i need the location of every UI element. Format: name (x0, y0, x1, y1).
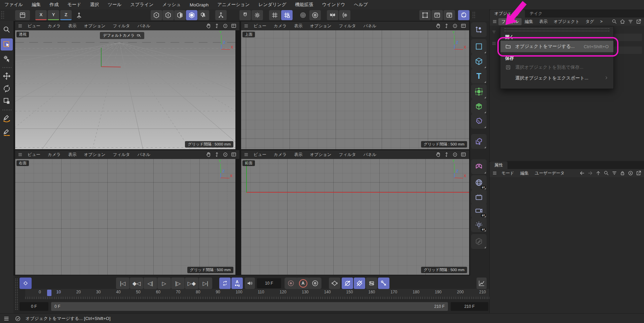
playhead[interactable] (47, 290, 51, 296)
prev-key-button[interactable]: ◆◁ (130, 278, 143, 289)
pan-hand-icon[interactable] (205, 152, 212, 158)
frame-ruler[interactable]: 0 10 20 30 40 50 60 70 80 90 100 110 120… (25, 289, 489, 299)
hamburger-icon[interactable] (18, 152, 23, 157)
filter-icon[interactable] (611, 170, 617, 176)
model-mode-button[interactable] (186, 10, 197, 20)
om-menu-tags[interactable]: タグ (582, 18, 597, 25)
cube-primitive-button[interactable] (471, 54, 487, 69)
dolly-icon[interactable] (444, 23, 450, 29)
front-viewport[interactable]: 前面 Y Z X グリッド間隔 : 500 mm (241, 159, 469, 275)
keyframe-diamond-button[interactable] (20, 278, 32, 289)
view-menu-camera[interactable]: カメラ (44, 152, 64, 158)
scale-tool-button[interactable] (1, 95, 13, 107)
view-menu-options[interactable]: オプション (80, 152, 109, 158)
preview-range-slider[interactable]: 0 F 210 F (51, 302, 448, 311)
menu-spline[interactable]: スプライン (126, 2, 158, 8)
play-button[interactable]: ▷ (157, 278, 171, 289)
view-menu-panel[interactable]: パネル (134, 152, 154, 158)
home-icon[interactable] (619, 19, 626, 25)
null-object-button[interactable] (471, 22, 487, 37)
export-selected-menu-item[interactable]: 選択オブジェクトをエクスポート... (500, 73, 613, 84)
interactive-render-button[interactable] (458, 10, 469, 20)
play-mode-button[interactable]: A (231, 278, 243, 289)
view-menu-filter[interactable]: フィルタ (335, 152, 359, 158)
coordinate-system-button[interactable] (73, 10, 85, 20)
render-settings-button[interactable] (444, 10, 455, 20)
autokey-button[interactable]: A (297, 278, 309, 289)
project-drawer-button[interactable] (15, 10, 30, 20)
camera-object-button[interactable] (471, 190, 487, 204)
polygons-mode-button[interactable] (174, 10, 186, 20)
view-menu-panel[interactable]: パネル (360, 152, 380, 158)
pan-hand-icon[interactable] (435, 152, 441, 158)
rotate-tool-button[interactable] (1, 83, 13, 95)
menu-edit[interactable]: 編集 (27, 2, 45, 8)
forward-arrow-icon[interactable] (587, 170, 593, 176)
perspective-viewport[interactable]: 透視 デフォルトカメラ Y Z X グリッド間隔 : 5000 mm (15, 30, 235, 149)
edges-mode-button[interactable] (162, 10, 174, 20)
lock-y-axis-button[interactable]: Y (48, 10, 59, 20)
toolbar-grip-right[interactable] (472, 11, 476, 19)
live-selection-button[interactable] (1, 38, 13, 51)
merge-objects-menu-item[interactable]: オブジェクトをマージする... Ctrl+Shift+O (500, 41, 613, 52)
menu-select[interactable]: 選択 (85, 2, 103, 8)
sketch-pen-button[interactable] (1, 127, 13, 139)
target-icon[interactable] (628, 170, 634, 176)
external-window-icon[interactable] (636, 19, 642, 25)
move-tool-button[interactable] (1, 70, 13, 82)
range-end-field[interactable]: 210 F (451, 302, 488, 311)
lock-z-axis-button[interactable]: Z (60, 10, 72, 20)
render-region-button[interactable] (419, 10, 431, 20)
view-menu-camera[interactable]: カメラ (270, 23, 290, 29)
range-start-field[interactable]: 0 F (20, 302, 48, 311)
key-rotation-filter-button[interactable] (342, 278, 353, 289)
om-menu-objects[interactable]: オブジェクト (551, 18, 582, 25)
view-menu-panel[interactable]: パネル (360, 23, 380, 29)
toggle-view-icon[interactable] (231, 152, 237, 158)
hamburger-icon[interactable] (3, 316, 9, 322)
loop-playback-button[interactable] (219, 278, 231, 289)
om-menu-view[interactable]: 表示 (536, 18, 551, 25)
tab-objects[interactable]: オブジェクト (490, 10, 525, 18)
toggle-view-icon[interactable] (460, 152, 466, 158)
pan-hand-icon[interactable] (435, 23, 441, 29)
render-view-button[interactable] (431, 10, 443, 20)
external-window-icon[interactable] (636, 170, 642, 176)
texture-mode-button[interactable] (198, 10, 209, 20)
dolly-icon[interactable] (214, 23, 220, 29)
key-navigation-button[interactable] (329, 278, 340, 289)
timeline-editor-button[interactable] (477, 278, 487, 289)
next-frame-button[interactable]: |▷ (171, 278, 185, 289)
camera-swap-icon[interactable] (137, 33, 141, 38)
om-menu-edit[interactable]: 編集 (522, 18, 536, 25)
pan-hand-icon[interactable] (205, 23, 212, 29)
om-menu-more[interactable]: > (597, 19, 606, 25)
view-menu-display[interactable]: 表示 (64, 23, 80, 29)
symmetry-settings-button[interactable] (339, 10, 350, 20)
view-menu-view[interactable]: ビュー (24, 23, 44, 29)
falloff-settings-button[interactable] (309, 10, 321, 20)
dolly-icon[interactable] (444, 152, 450, 158)
key-scale-filter-button[interactable] (354, 278, 365, 289)
rotate-view-icon[interactable] (452, 152, 458, 158)
view-menu-view[interactable]: ビュー (250, 23, 270, 29)
tab-takes[interactable]: テイク (525, 10, 547, 18)
search-icon[interactable] (611, 19, 617, 25)
right-viewport[interactable]: 右面 Y Z X グリッド間隔 : 500 mm (15, 159, 235, 275)
view-menu-camera[interactable]: カメラ (270, 152, 290, 158)
symmetry-toggle-button[interactable] (327, 10, 338, 20)
deformer-button[interactable] (471, 114, 487, 129)
menu-tools[interactable]: ツール (103, 2, 126, 8)
tab-attributes[interactable]: 属性 (490, 161, 507, 169)
attr-menu-edit[interactable]: 編集 (517, 170, 532, 177)
search-icon[interactable] (603, 170, 609, 176)
workplane-button[interactable] (269, 10, 280, 20)
view-menu-panel[interactable]: パネル (134, 23, 154, 29)
view-menu-filter[interactable]: フィルタ (109, 23, 134, 29)
hamburger-icon[interactable] (244, 152, 249, 157)
points-mode-button[interactable] (151, 10, 162, 20)
hamburger-icon[interactable] (492, 171, 497, 175)
keyframe-settings-button[interactable] (309, 278, 321, 289)
view-menu-options[interactable]: オプション (306, 152, 335, 158)
view-menu-display[interactable]: 表示 (290, 23, 306, 29)
